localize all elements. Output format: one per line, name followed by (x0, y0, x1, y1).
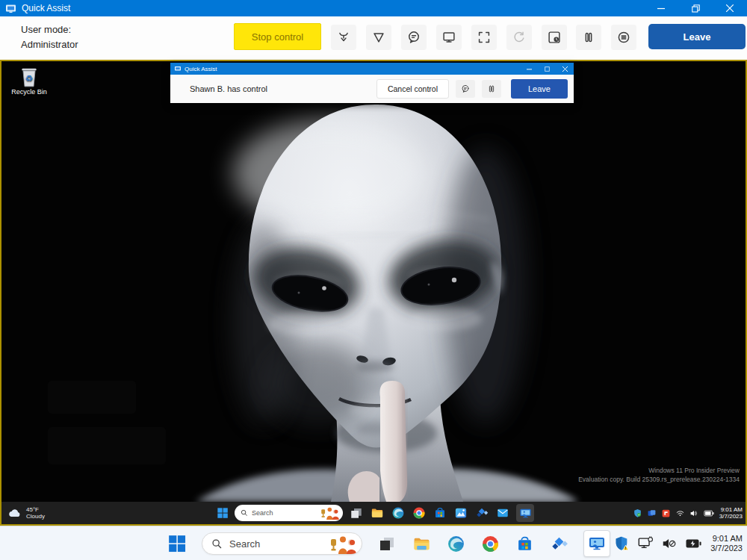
photos-icon (454, 506, 468, 520)
remote-qa-chat-button[interactable] (456, 80, 475, 98)
remote-quick-assist-taskbar-button[interactable] (516, 504, 534, 522)
cloud-icon (7, 508, 22, 518)
remote-quick-assist-window: Quick Assist Shawn B. has control Cancel… (170, 63, 574, 103)
remote-qa-minimize-button[interactable] (520, 63, 538, 75)
remote-qa-leave-button[interactable]: Leave (511, 79, 568, 99)
host-clock-date: 3/7/2023 (710, 544, 743, 554)
remote-feedback-hub-button[interactable] (474, 505, 489, 520)
host-feedback-hub-button[interactable] (549, 534, 568, 553)
host-taskbar: Search (0, 526, 747, 560)
battery-charging-icon[interactable] (685, 536, 703, 551)
remote-chrome-button[interactable] (412, 505, 427, 520)
remote-file-explorer-button[interactable] (370, 505, 385, 520)
edge-icon (391, 506, 405, 520)
remote-blue-app-tray-icon[interactable] (647, 508, 657, 518)
remote-security-tray-icon[interactable] (633, 508, 642, 518)
feedback-hub-icon (550, 535, 568, 553)
host-search-placeholder: Search (229, 538, 260, 550)
weather-condition: Cloudy (26, 513, 45, 520)
remote-red-app-tray-icon[interactable] (661, 508, 671, 518)
host-chrome-button[interactable] (480, 534, 500, 553)
remote-task-view-button[interactable] (349, 505, 364, 520)
annotate-button[interactable] (366, 25, 391, 50)
control-status-text: Shawn B. has control (190, 84, 267, 93)
wifi-icon[interactable] (675, 508, 685, 518)
svg-text:♻: ♻ (25, 73, 34, 83)
remote-clock-time: 9:01 AM (719, 506, 743, 514)
pause-icon (486, 84, 497, 94)
weather-temp: 45°F (26, 506, 45, 514)
host-edge-button[interactable] (446, 534, 465, 553)
cancel-control-button[interactable]: Cancel control (376, 79, 449, 99)
remote-taskbar: 45°F Cloudy Search (1, 502, 746, 524)
remote-start-button[interactable] (217, 507, 229, 519)
close-button[interactable] (713, 0, 747, 16)
chrome-icon (412, 506, 426, 520)
alien-wallpaper (1, 61, 746, 502)
store-icon (515, 535, 534, 553)
quick-assist-logo-icon (6, 4, 16, 13)
maximize-button[interactable] (678, 0, 713, 16)
remote-clock[interactable]: 9:01 AM 3/7/2023 (719, 506, 743, 520)
recycle-bin-shortcut[interactable]: ♻ Recycle Bin (7, 66, 51, 96)
remote-store-button[interactable] (433, 505, 447, 520)
speaker-icon[interactable] (689, 508, 699, 518)
host-system-tray: 9:01 AM 3/7/2023 (613, 526, 743, 560)
remote-desktop-view[interactable]: ♻ Recycle Bin Quick Assist (0, 60, 747, 526)
quick-assist-app-icon (519, 507, 532, 520)
remote-search-box[interactable]: Search (235, 505, 343, 521)
details-menu-icon (616, 29, 632, 46)
remote-edge-button[interactable] (391, 505, 406, 520)
remote-system-tray: 9:01 AM 3/7/2023 (633, 502, 743, 524)
task-manager-icon (546, 29, 562, 46)
speaker-muted-icon[interactable] (661, 535, 678, 552)
search-icon (241, 509, 248, 517)
leave-button[interactable]: Leave (648, 24, 746, 49)
display-connect-icon[interactable] (637, 535, 654, 552)
insider-watermark: Windows 11 Pro Insider Preview Evaluatio… (578, 466, 740, 484)
store-icon (433, 506, 447, 520)
remote-photos-button[interactable] (453, 505, 468, 520)
remote-clock-date: 3/7/2023 (719, 513, 743, 520)
security-shield-warning-icon[interactable] (613, 535, 630, 552)
quick-assist-app-icon (588, 535, 606, 553)
host-task-view-button[interactable] (377, 534, 397, 553)
minimize-button[interactable] (644, 0, 678, 16)
host-clock[interactable]: 9:01 AM 3/7/2023 (710, 534, 743, 554)
monitor-select-button[interactable] (436, 25, 462, 50)
host-start-button[interactable] (167, 534, 187, 553)
window-title: Quick Assist (22, 3, 70, 13)
remote-search-placeholder: Search (252, 509, 273, 517)
remote-qa-pause-button[interactable] (482, 80, 501, 98)
chrome-icon (481, 535, 500, 553)
stop-control-button[interactable]: Stop control (234, 23, 321, 50)
recycle-bin-label: Recycle Bin (7, 88, 51, 96)
remote-qa-body: Shawn B. has control Cancel control Leav… (170, 75, 574, 103)
task-manager-button[interactable] (542, 25, 567, 50)
remote-qa-close-button[interactable] (556, 63, 574, 75)
host-search-box[interactable]: Search (202, 532, 362, 555)
window-controls (644, 0, 747, 16)
chat-icon (406, 29, 422, 46)
chat-button[interactable] (401, 25, 427, 50)
remote-weather-widget[interactable]: 45°F Cloudy (7, 502, 45, 524)
folder-icon (412, 535, 431, 553)
recycle-bin-icon: ♻ (19, 66, 39, 88)
remote-qa-maximize-button[interactable] (538, 63, 556, 75)
search-icon (211, 538, 223, 550)
remote-mail-button[interactable] (495, 505, 510, 520)
remote-qa-title: Quick Assist (185, 66, 217, 72)
fullscreen-icon (476, 29, 492, 46)
host-quick-assist-taskbar-button[interactable] (583, 530, 610, 557)
monitor-icon (441, 29, 457, 46)
pause-button[interactable] (576, 25, 601, 50)
restart-button[interactable] (506, 25, 532, 50)
chat-icon (460, 84, 471, 94)
fullscreen-button[interactable] (471, 25, 497, 50)
battery-icon[interactable] (704, 508, 715, 518)
host-store-button[interactable] (515, 534, 534, 553)
laser-pointer-button[interactable] (331, 25, 356, 50)
host-file-explorer-button[interactable] (412, 534, 431, 553)
instruction-channel-button[interactable] (611, 25, 636, 50)
bing-doodle-icon (328, 535, 359, 554)
